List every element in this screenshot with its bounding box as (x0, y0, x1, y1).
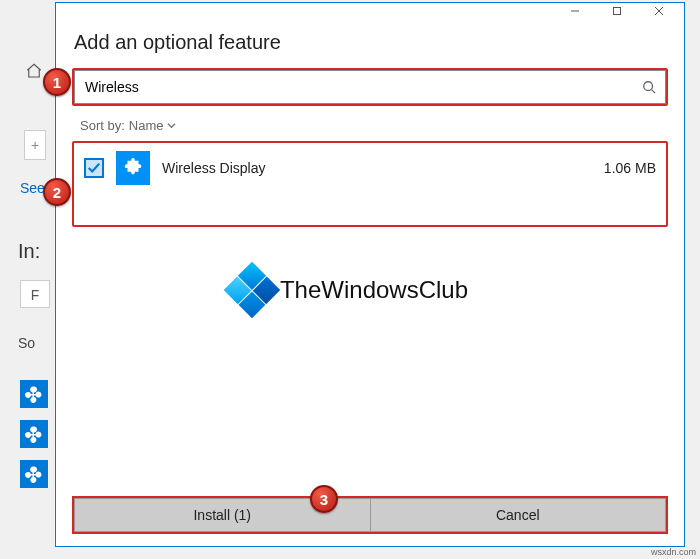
svg-rect-1 (614, 8, 621, 15)
callout-3: 3 (310, 485, 338, 513)
callout-2: 2 (43, 178, 71, 206)
sort-by-dropdown[interactable]: Sort by: Name (56, 106, 684, 141)
bg-tile-icon (20, 420, 48, 448)
callout-1: 1 (43, 68, 71, 96)
cancel-button[interactable]: Cancel (370, 498, 667, 532)
titlebar (56, 3, 684, 19)
watermark-logo-icon (224, 261, 281, 318)
results-highlight: Wireless Display 1.06 MB (72, 141, 668, 227)
maximize-button[interactable] (596, 4, 638, 18)
watermark-text: TheWindowsClub (280, 276, 468, 304)
button-row-highlight: Install (1) Cancel (72, 496, 668, 534)
feature-checkbox[interactable] (84, 158, 104, 178)
bg-so-label: So (18, 335, 35, 351)
feature-size: 1.06 MB (604, 160, 656, 176)
chevron-down-icon (167, 118, 176, 133)
search-container (74, 70, 666, 104)
bg-see-link: See (20, 180, 45, 196)
bg-ins-label: In: (18, 240, 40, 263)
home-icon (25, 62, 43, 80)
attribution-text: wsxdn.com (651, 547, 696, 557)
puzzle-icon (116, 151, 150, 185)
sort-value: Name (129, 118, 164, 133)
svg-point-4 (644, 82, 653, 91)
feature-name: Wireless Display (162, 160, 592, 176)
bg-tile-icon (20, 460, 48, 488)
bg-tile-icon (20, 380, 48, 408)
close-button[interactable] (638, 4, 680, 18)
feature-row[interactable]: Wireless Display 1.06 MB (74, 143, 666, 193)
watermark: TheWindowsClub (232, 270, 468, 310)
dialog-title: Add an optional feature (56, 19, 684, 68)
search-highlight (72, 68, 668, 106)
svg-line-5 (652, 90, 656, 94)
search-input[interactable] (83, 73, 641, 101)
minimize-button[interactable] (554, 4, 596, 18)
bg-f-box: F (20, 280, 50, 308)
sort-label: Sort by: (80, 118, 125, 133)
search-icon[interactable] (641, 79, 657, 95)
bg-plus-button: + (24, 130, 46, 160)
